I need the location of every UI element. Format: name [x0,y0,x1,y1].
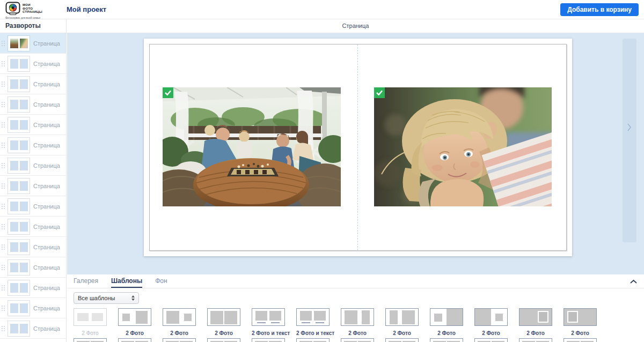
template-label: 2 Фото [341,330,374,336]
logo-tagline: Фотосервис для всей семьи [5,16,63,19]
templates-filter-select[interactable]: Все шаблоны [74,292,139,304]
drag-handle-icon[interactable] [2,306,5,311]
spread-list-item[interactable]: Страница [0,135,66,155]
spread-list-item[interactable]: Страница [0,318,66,339]
template-option[interactable] [519,338,552,342]
spread-list-item[interactable]: Страница [0,155,66,176]
check-icon [374,87,385,98]
template-option[interactable]: 2 Фото [430,308,463,336]
drag-handle-icon[interactable] [2,143,5,148]
select-arrows-icon [131,295,135,301]
template-option[interactable]: 2 Фото [474,308,508,336]
drag-handle-icon[interactable] [2,122,5,128]
spread-list-item[interactable]: Страница [0,176,66,196]
add-to-cart-button[interactable]: Добавить в корзину [560,3,639,16]
template-option[interactable] [341,338,374,342]
spread-list: СтраницаСтраницаСтраницаСтраницаСтраница… [0,33,66,339]
template-preview [207,338,240,342]
template-label: 2 Фото [430,330,463,336]
spread-thumbnail [8,158,30,174]
drag-handle-icon[interactable] [2,265,5,270]
template-option[interactable]: 2 Фото [519,308,552,336]
spread-list-item[interactable]: Страница [0,278,66,298]
template-option[interactable]: 2 Фото [385,308,419,336]
spread-label: Страница [33,122,60,128]
tab-templates[interactable]: Шаблоны [111,274,142,288]
spread-list-item[interactable]: Страница [0,217,66,237]
tab-gallery[interactable]: Галерея [74,274,98,288]
tab-background[interactable]: Фон [155,274,167,288]
spread-thumbnail [8,300,30,316]
template-option[interactable] [564,338,597,342]
spread-list-item[interactable]: Страница [0,74,66,94]
drag-handle-icon[interactable] [2,81,5,87]
template-label: 2 Фото [474,330,508,336]
spread-thumbnail [8,239,30,255]
spread-list-item[interactable]: Страница [0,94,66,115]
drag-handle-icon[interactable] [2,285,5,291]
spread-list-item[interactable]: Страница [0,298,66,318]
template-option[interactable] [296,338,330,342]
drag-handle-icon[interactable] [2,224,5,229]
template-label: 2 Фото и текст [252,330,285,336]
spread-list-item[interactable]: Страница [0,33,66,54]
template-option[interactable]: 2 Фото [163,308,196,336]
template-preview [74,308,107,326]
chevron-right-icon [627,123,632,131]
template-preview [385,308,419,326]
template-option[interactable] [163,338,196,342]
drag-handle-icon[interactable] [2,61,5,66]
template-preview [118,338,151,342]
spread-list-item[interactable]: Страница [0,196,66,217]
template-option[interactable] [118,338,151,342]
template-option[interactable] [252,338,285,342]
template-option[interactable]: 2 Фото [74,308,107,336]
spread-page[interactable] [144,39,572,256]
template-preview [74,338,107,342]
canvas-scrollbar[interactable] [623,39,636,242]
spread-thumbnail [8,198,30,214]
template-option[interactable]: 2 Фото [207,308,240,336]
top-header: МОИ ФОТО СТРАНИЦЫ Фотосервис для всей се… [0,0,644,19]
template-label: 2 Фото [118,330,151,336]
drag-handle-icon[interactable] [2,244,5,250]
spread-label: Страница [33,40,60,47]
spread-label: Страница [33,142,60,148]
child-portrait-image [374,87,552,206]
template-option[interactable] [74,338,107,342]
template-option[interactable] [430,338,463,342]
project-title: Мой проект [67,0,106,19]
template-option[interactable] [385,338,419,342]
spread-thumbnail [8,137,30,153]
template-option[interactable]: 2 Фото и текст [296,308,330,336]
drag-handle-icon[interactable] [2,326,5,331]
spread-list-item[interactable]: Страница [0,257,66,278]
collapse-panel-button[interactable] [629,278,638,285]
photo-selected-badge [374,87,385,98]
photo-selected-badge [163,87,173,98]
spread-label: Страница [33,61,60,67]
template-option[interactable]: 2 Фото [564,308,597,336]
template-preview [519,308,552,326]
drag-handle-icon[interactable] [2,183,5,189]
template-preview [341,308,374,326]
template-option[interactable]: 2 Фото и текст [252,308,285,336]
spread-thumbnail [8,35,30,51]
template-option[interactable] [207,338,240,342]
spread-list-item[interactable]: Страница [0,237,66,257]
drag-handle-icon[interactable] [2,204,5,209]
photo-family-chess[interactable] [163,87,341,206]
drag-handle-icon[interactable] [2,41,5,46]
template-preview [252,308,285,326]
drag-handle-icon[interactable] [2,163,5,168]
spread-list-item[interactable]: Страница [0,115,66,135]
template-option[interactable] [474,338,508,342]
spread-list-item[interactable]: Страница [0,54,66,74]
template-option[interactable]: 2 Фото [118,308,151,336]
template-option[interactable]: 2 Фото [341,308,374,336]
drag-handle-icon[interactable] [2,102,5,107]
family-chess-image [163,87,341,206]
editor-canvas [67,33,644,274]
photo-child-portrait[interactable] [374,87,552,206]
app-logo[interactable]: МОИ ФОТО СТРАНИЦЫ Фотосервис для всей се… [5,2,63,19]
